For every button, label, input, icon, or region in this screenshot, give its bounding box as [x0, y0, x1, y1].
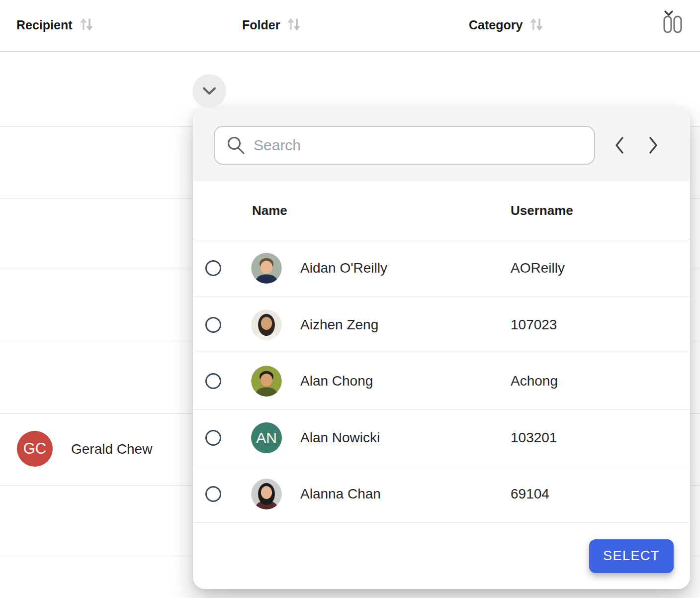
user-name: Alanna Chan	[300, 486, 381, 502]
photo-avatar	[251, 309, 282, 340]
user-username: 69104	[511, 486, 549, 502]
chevron-down-icon	[202, 87, 216, 95]
user-name: Aidan O'Reilly	[300, 260, 387, 276]
user-name: Alan Chong	[300, 373, 373, 389]
column-header-recipient[interactable]: Recipient	[16, 15, 94, 35]
sort-icon	[529, 16, 544, 35]
user-name: Alan Nowicki	[300, 430, 380, 446]
screen: Recipient Folder Category	[0, 0, 700, 598]
popup-footer: SELECT	[193, 523, 690, 589]
user-picker-popup: Name Username Aidan O'ReillyAOReillyAizh…	[193, 108, 690, 589]
popup-user-rows: Aidan O'ReillyAOReillyAizhen Zeng107023A…	[193, 240, 690, 523]
sort-icon	[286, 16, 301, 35]
column-header-label: Folder	[242, 18, 280, 32]
recipient-name: Gerald Chew	[71, 441, 152, 457]
user-radio[interactable]	[205, 317, 221, 333]
user-row[interactable]: Alan ChongAchong	[193, 353, 690, 410]
user-username: 103201	[511, 430, 557, 446]
column-header-category[interactable]: Category	[469, 15, 544, 35]
search-input[interactable]	[254, 127, 594, 164]
popup-header	[193, 108, 690, 181]
column-header-label: Category	[469, 18, 523, 32]
popup-list-header: Name Username	[193, 181, 690, 240]
initials-avatar: AN	[251, 422, 282, 453]
user-row[interactable]: Aizhen Zeng107023	[193, 297, 690, 354]
user-radio[interactable]	[205, 260, 221, 276]
user-row[interactable]: Aidan O'ReillyAOReilly	[193, 240, 690, 297]
checked-columns-icon[interactable]	[663, 10, 683, 34]
photo-avatar	[251, 366, 282, 397]
chevron-right-icon	[648, 136, 658, 154]
cell-expander-button[interactable]	[192, 74, 226, 108]
previous-page-button[interactable]	[609, 134, 630, 156]
table-row[interactable]: GC Gerald Chew	[0, 413, 193, 485]
chevron-left-icon	[614, 136, 624, 154]
divider	[0, 51, 700, 52]
user-row[interactable]: ANAlan Nowicki103201	[193, 410, 690, 467]
search-icon	[227, 136, 246, 155]
popup-column-username: Username	[511, 203, 573, 218]
search-box	[214, 126, 595, 165]
user-radio[interactable]	[205, 430, 221, 446]
photo-avatar	[251, 479, 282, 509]
user-username: AOReilly	[511, 260, 565, 276]
initials-avatar: GC	[17, 431, 53, 467]
column-header-label: Recipient	[16, 18, 73, 32]
next-page-button[interactable]	[642, 134, 664, 156]
popup-column-name: Name	[252, 203, 287, 218]
column-header-folder[interactable]: Folder	[242, 15, 301, 35]
user-radio[interactable]	[205, 373, 221, 389]
user-row[interactable]: Alanna Chan69104	[193, 466, 690, 523]
user-username: Achong	[511, 373, 558, 389]
user-username: 107023	[511, 317, 557, 333]
user-name: Aizhen Zeng	[300, 317, 378, 333]
select-button[interactable]: SELECT	[589, 539, 674, 573]
sort-icon	[79, 16, 94, 35]
user-radio[interactable]	[205, 486, 221, 502]
photo-avatar	[251, 253, 282, 284]
